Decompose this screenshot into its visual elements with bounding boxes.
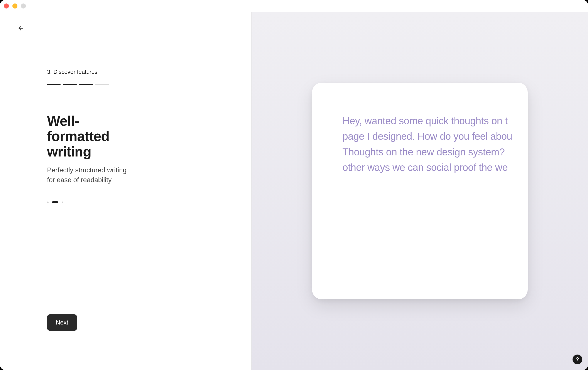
close-window-button[interactable]	[4, 3, 9, 9]
carousel-dot-2[interactable]	[52, 201, 58, 203]
content-area: 3. Discover features Well-formatted writ…	[0, 12, 588, 370]
preview-line-4: other ways we can social proof the we	[343, 160, 528, 175]
progress-segment-1	[47, 84, 61, 85]
titlebar	[0, 0, 588, 12]
minimize-window-button[interactable]	[12, 3, 17, 9]
step-progress	[47, 84, 135, 85]
carousel-dot-1[interactable]	[47, 202, 49, 203]
help-button[interactable]: ?	[573, 355, 582, 364]
preview-card: Hey, wanted some quick thoughts on t pag…	[312, 83, 528, 299]
progress-segment-4	[95, 84, 109, 85]
preview-line-1: Hey, wanted some quick thoughts on t	[343, 113, 528, 129]
maximize-window-button[interactable]	[21, 3, 26, 9]
next-button[interactable]: Next	[47, 314, 77, 331]
preview-line-2: page I designed. How do you feel abou	[343, 129, 528, 144]
feature-subtext: Perfectly structured writing for ease of…	[47, 165, 135, 185]
progress-segment-2	[63, 84, 77, 85]
carousel-indicator	[47, 201, 135, 203]
app-window: 3. Discover features Well-formatted writ…	[0, 0, 588, 370]
traffic-lights	[4, 3, 26, 9]
left-panel: 3. Discover features Well-formatted writ…	[0, 12, 252, 370]
preview-line-3: Thoughts on the new design system?	[343, 144, 528, 160]
progress-segment-3	[79, 84, 93, 85]
carousel-dot-3[interactable]	[62, 202, 63, 203]
feature-headline: Well-formatted writing	[47, 113, 135, 159]
onboarding-content: 3. Discover features Well-formatted writ…	[0, 29, 135, 203]
step-label: 3. Discover features	[47, 69, 135, 75]
back-button[interactable]	[17, 24, 25, 33]
arrow-left-icon	[18, 25, 24, 31]
right-panel: Hey, wanted some quick thoughts on t pag…	[252, 12, 588, 370]
